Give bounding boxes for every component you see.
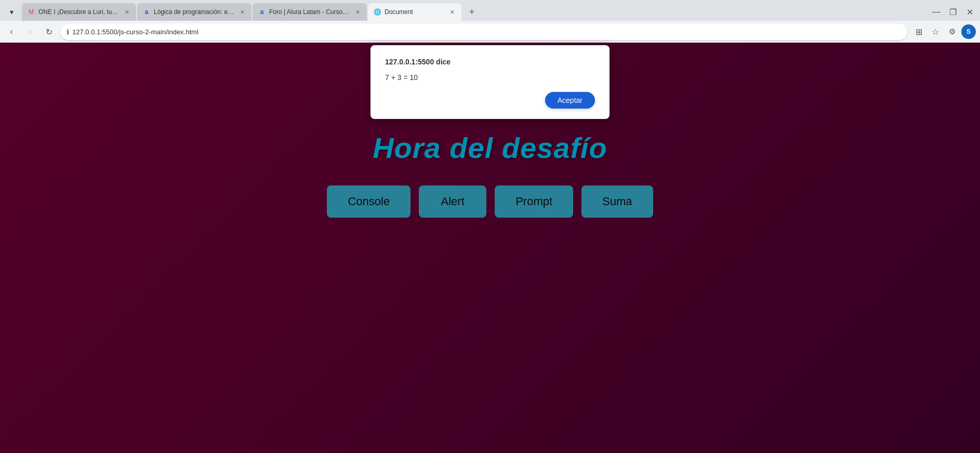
alura-foro-favicon-icon: a — [258, 8, 266, 16]
maximize-button[interactable]: ❐ — [947, 6, 959, 18]
forward-button[interactable]: › — [23, 24, 37, 39]
tab-alura-logica[interactable]: a Lógica de programación: explo ✕ — [137, 3, 251, 21]
document-favicon-icon: 🌐 — [373, 8, 381, 16]
alura-logica-favicon-icon: a — [142, 8, 151, 16]
browser-chrome: ▾ M ONE I ¡Descubre a Luri, tu nuev ✕ a … — [0, 0, 980, 43]
toolbar-icons: ⊞ ☆ ⚙ S — [911, 24, 976, 39]
translate-icon-button[interactable]: ⊞ — [911, 24, 926, 39]
minimize-button[interactable]: — — [930, 6, 943, 18]
address-bar-container[interactable]: ℹ 127.0.0.1:5500/js-curso-2-main/index.h… — [60, 23, 907, 40]
tab-gmail-label: ONE I ¡Descubre a Luri, tu nuev — [38, 8, 120, 16]
alert-title: 127.0.0.1:5500 dice — [385, 58, 595, 66]
alert-dialog: 127.0.0.1:5500 dice 7 + 3 = 10 Aceptar — [370, 45, 610, 119]
tab-alura-foro-close-button[interactable]: ✕ — [353, 8, 362, 16]
secure-icon: ℹ — [67, 28, 69, 36]
tab-alura-foro-label: Foro | Alura Latam - Cursos onl — [269, 8, 350, 16]
close-window-button[interactable]: ✕ — [963, 6, 976, 18]
bookmark-icon-button[interactable]: ☆ — [928, 24, 943, 39]
profile-initial: S — [966, 28, 971, 35]
new-tab-button[interactable]: + — [465, 5, 479, 19]
tab-bar: ▾ M ONE I ¡Descubre a Luri, tu nuev ✕ a … — [0, 0, 980, 21]
alert-buttons: Aceptar — [385, 92, 595, 109]
tab-alura-foro[interactable]: a Foro | Alura Latam - Cursos onl ✕ — [253, 3, 367, 21]
extensions-icon: ⚙ — [949, 27, 956, 36]
translate-icon: ⊞ — [916, 27, 922, 37]
tab-document-close-button[interactable]: ✕ — [448, 8, 456, 16]
address-text: 127.0.0.1:5500/js-curso-2-main/index.htm… — [72, 28, 901, 36]
gmail-favicon-icon: M — [27, 8, 35, 16]
tab-document[interactable]: 🌐 Document ✕ — [368, 3, 461, 21]
reload-button[interactable]: ↻ — [42, 24, 56, 39]
alert-message: 7 + 3 = 10 — [385, 73, 595, 82]
tab-document-label: Document — [385, 8, 445, 16]
back-button[interactable]: ‹ — [4, 24, 19, 39]
aceptar-button[interactable]: Aceptar — [545, 92, 595, 109]
tab-alura-logica-label: Lógica de programación: explo — [154, 8, 235, 16]
tab-dropdown-button[interactable]: ▾ — [4, 5, 19, 19]
tab-gmail-close-button[interactable]: ✕ — [123, 8, 131, 16]
tab-gmail[interactable]: M ONE I ¡Descubre a Luri, tu nuev ✕ — [22, 3, 136, 21]
window-controls: — ❐ ✕ — [930, 6, 976, 18]
profile-avatar[interactable]: S — [961, 24, 976, 39]
star-icon: ☆ — [932, 27, 939, 37]
tab-alura-logica-close-button[interactable]: ✕ — [238, 8, 246, 16]
address-bar-row: ‹ › ↻ ℹ 127.0.0.1:5500/js-curso-2-main/i… — [0, 21, 980, 43]
extensions-icon-button[interactable]: ⚙ — [945, 24, 959, 39]
page-content: 127.0.0.1:5500 dice 7 + 3 = 10 Aceptar H… — [0, 43, 980, 453]
